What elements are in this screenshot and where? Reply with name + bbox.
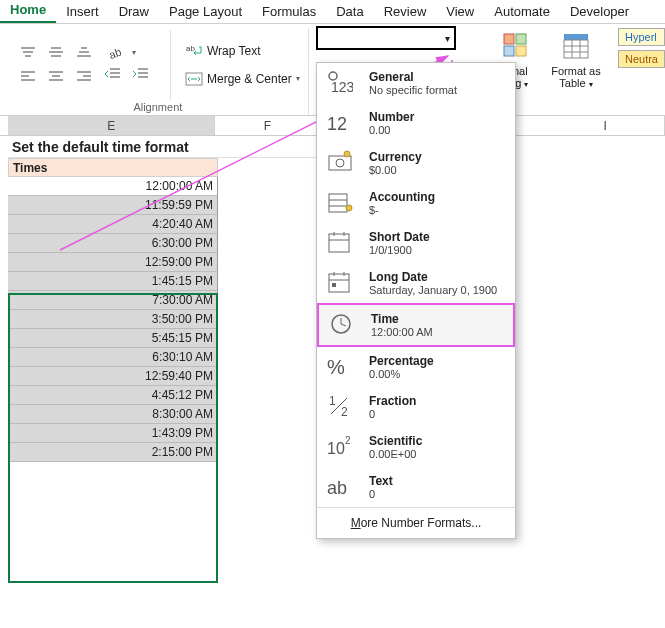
decrease-indent-icon[interactable] bbox=[104, 67, 128, 87]
time-cell[interactable]: 1:45:15 PM bbox=[8, 272, 218, 291]
svg-rect-29 bbox=[516, 34, 526, 44]
accounting-icon bbox=[327, 189, 357, 217]
time-cell[interactable]: 8:30:00 AM bbox=[8, 405, 218, 424]
merge-dropdown-icon[interactable]: ▾ bbox=[296, 74, 300, 83]
currency-icon bbox=[327, 149, 357, 177]
svg-rect-33 bbox=[564, 40, 588, 58]
alignment-group: ab ▾ ab Wrap Text Merge & Center ▾ bbox=[8, 28, 309, 115]
time-cell[interactable]: 2:15:00 PM bbox=[8, 443, 218, 462]
increase-indent-icon[interactable] bbox=[132, 67, 156, 87]
svg-text:%: % bbox=[327, 356, 345, 378]
svg-rect-30 bbox=[504, 46, 514, 56]
tab-automate[interactable]: Automate bbox=[484, 0, 560, 23]
merge-center-button[interactable]: Merge & Center ▾ bbox=[185, 68, 300, 90]
wrap-text-icon: ab bbox=[185, 43, 203, 59]
svg-rect-48 bbox=[329, 234, 349, 252]
format-option-fraction[interactable]: 12Fraction0 bbox=[317, 387, 515, 427]
svg-rect-44 bbox=[329, 194, 347, 212]
align-middle-icon[interactable] bbox=[44, 43, 68, 63]
wrap-text-label: Wrap Text bbox=[207, 44, 261, 58]
tab-review[interactable]: Review bbox=[374, 0, 437, 23]
svg-rect-54 bbox=[332, 283, 336, 287]
align-top-icon[interactable] bbox=[16, 43, 40, 63]
svg-text:10: 10 bbox=[327, 440, 345, 457]
time-cell[interactable]: 4:45:12 PM bbox=[8, 386, 218, 405]
svg-point-42 bbox=[336, 159, 344, 167]
times-header-cell[interactable]: Times bbox=[8, 158, 218, 177]
alignment-group-label: Alignment bbox=[133, 101, 182, 115]
hyperlink-style-button[interactable]: Hyperl bbox=[618, 28, 665, 46]
ribbon-tabs: Home Insert Draw Page Layout Formulas Da… bbox=[0, 0, 665, 24]
format-option-scientific[interactable]: 102Scientific0.00E+00 bbox=[317, 427, 515, 467]
format-as-table-button[interactable]: Format as Table ▾ bbox=[546, 28, 606, 91]
format-option-currency[interactable]: Currency$0.00 bbox=[317, 143, 515, 183]
orientation-icon[interactable]: ab bbox=[104, 43, 128, 63]
svg-point-43 bbox=[344, 151, 350, 157]
conditional-formatting-icon bbox=[498, 28, 534, 64]
text-icon: ab bbox=[327, 473, 357, 501]
svg-text:12: 12 bbox=[327, 114, 347, 134]
time-cell[interactable]: 4:20:40 AM bbox=[8, 215, 218, 234]
time-cell[interactable]: 12:00:00 AM bbox=[8, 177, 218, 196]
time-icon bbox=[329, 311, 359, 339]
format-option-percentage[interactable]: %Percentage0.00% bbox=[317, 347, 515, 387]
time-cell[interactable]: 7:30:00 AM bbox=[8, 291, 218, 310]
merge-center-icon bbox=[185, 72, 203, 86]
tab-developer[interactable]: Developer bbox=[560, 0, 639, 23]
tab-view[interactable]: View bbox=[436, 0, 484, 23]
more-number-formats-item[interactable]: More Number Formats... bbox=[317, 507, 515, 538]
column-header-i[interactable]: I bbox=[546, 116, 665, 135]
tab-page-layout[interactable]: Page Layout bbox=[159, 0, 252, 23]
neutral-style-button[interactable]: Neutra bbox=[618, 50, 665, 68]
svg-text:ab: ab bbox=[107, 45, 123, 60]
time-cell[interactable]: 3:50:00 PM bbox=[8, 310, 218, 329]
time-cell[interactable]: 5:45:15 PM bbox=[8, 329, 218, 348]
time-cell[interactable]: 12:59:40 PM bbox=[8, 367, 218, 386]
align-right-icon[interactable] bbox=[72, 67, 96, 87]
svg-text:ab: ab bbox=[186, 44, 195, 53]
time-cell[interactable]: 11:59:59 PM bbox=[8, 196, 218, 215]
format-option-short-date[interactable]: Short Date1/0/1900 bbox=[317, 223, 515, 263]
format-option-time[interactable]: Time12:00:00 AM bbox=[317, 303, 515, 347]
time-cell[interactable]: 6:30:00 PM bbox=[8, 234, 218, 253]
fraction-icon: 12 bbox=[327, 393, 357, 421]
svg-rect-28 bbox=[504, 34, 514, 44]
align-center-icon[interactable] bbox=[44, 67, 68, 87]
svg-point-47 bbox=[346, 205, 352, 211]
format-as-table-label: Format as Table ▾ bbox=[546, 65, 606, 91]
column-header-f[interactable]: F bbox=[215, 116, 320, 135]
svg-text:1: 1 bbox=[329, 394, 336, 408]
svg-rect-31 bbox=[516, 46, 526, 56]
orientation-dropdown-icon[interactable]: ▾ bbox=[132, 48, 136, 57]
format-option-long-date[interactable]: Long DateSaturday, January 0, 1900 bbox=[317, 263, 515, 303]
percent-icon: % bbox=[327, 353, 357, 381]
time-cell[interactable]: 12:59:00 PM bbox=[8, 253, 218, 272]
number-icon: 12 bbox=[327, 109, 357, 137]
tab-insert[interactable]: Insert bbox=[56, 0, 109, 23]
tab-formulas[interactable]: Formulas bbox=[252, 0, 326, 23]
number-format-combo[interactable]: ▾ bbox=[316, 26, 456, 50]
align-bottom-icon[interactable] bbox=[72, 43, 96, 63]
format-option-text[interactable]: abText0 bbox=[317, 467, 515, 507]
time-cell[interactable]: 1:43:09 PM bbox=[8, 424, 218, 443]
shortdate-icon bbox=[327, 229, 357, 257]
align-left-icon[interactable] bbox=[16, 67, 40, 87]
svg-text:123: 123 bbox=[331, 79, 355, 95]
general-icon: 123 bbox=[327, 69, 357, 97]
svg-line-59 bbox=[341, 324, 346, 326]
column-header-e[interactable]: E bbox=[8, 116, 215, 135]
time-cell[interactable]: 6:30:10 AM bbox=[8, 348, 218, 367]
tab-home[interactable]: Home bbox=[0, 0, 56, 23]
format-option-number[interactable]: 12Number0.00 bbox=[317, 103, 515, 143]
wrap-text-button[interactable]: ab Wrap Text bbox=[185, 40, 300, 62]
format-option-accounting[interactable]: Accounting$- bbox=[317, 183, 515, 223]
svg-text:2: 2 bbox=[345, 435, 351, 446]
format-option-general[interactable]: 123GeneralNo specific format bbox=[317, 63, 515, 103]
tab-draw[interactable]: Draw bbox=[109, 0, 159, 23]
svg-text:ab: ab bbox=[327, 478, 347, 498]
longdate-icon bbox=[327, 269, 357, 297]
number-format-dropdown: 123GeneralNo specific format12Number0.00… bbox=[316, 62, 516, 539]
sheet-title-cell[interactable]: Set the default time format bbox=[8, 136, 324, 158]
svg-rect-32 bbox=[564, 34, 588, 40]
tab-data[interactable]: Data bbox=[326, 0, 373, 23]
